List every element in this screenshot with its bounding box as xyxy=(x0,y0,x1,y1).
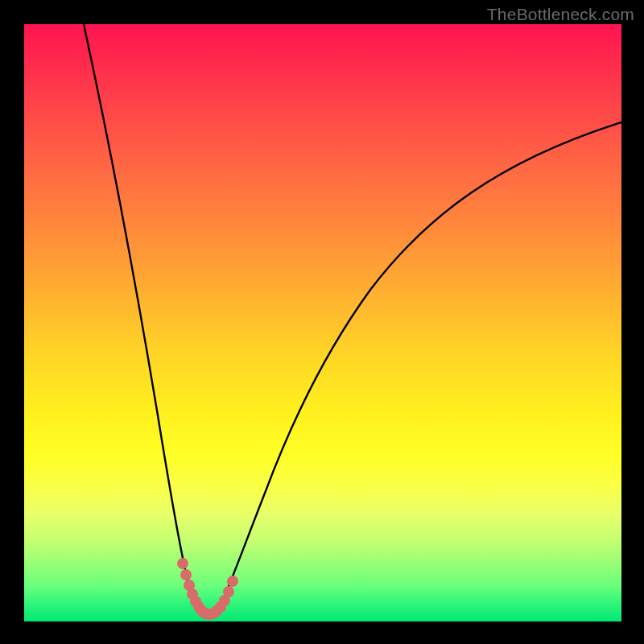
plot-area xyxy=(24,24,621,621)
main-curve xyxy=(84,24,621,617)
watermark-text: TheBottleneck.com xyxy=(487,5,634,24)
marker-dot xyxy=(223,586,234,597)
marker-dot xyxy=(177,558,188,569)
curve-layer xyxy=(24,24,621,621)
chart-frame: TheBottleneck.com xyxy=(0,0,644,644)
bottom-marker-group xyxy=(177,558,238,620)
marker-dot xyxy=(227,576,238,587)
marker-dot xyxy=(180,569,192,580)
